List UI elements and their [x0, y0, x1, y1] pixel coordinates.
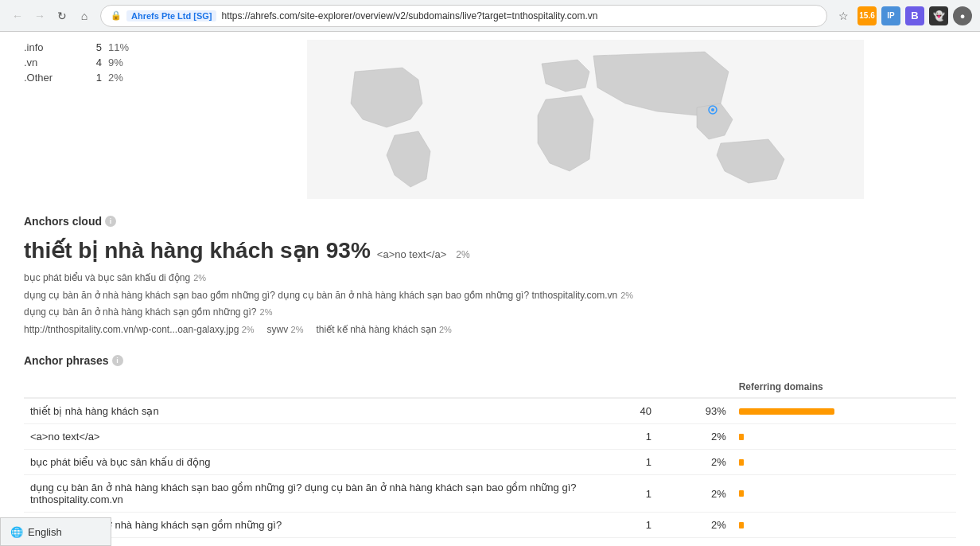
col-header-referring: Referring domains: [733, 376, 956, 398]
table-cell-pct: 93%: [658, 398, 733, 424]
anchor-inline-2: sywv 2%: [267, 322, 304, 339]
col-header-phrase: [24, 376, 583, 398]
anchor-sub-text-1: bục phát biểu và bục sân khấu di động: [24, 270, 190, 287]
anchor-inline-items: http://tnthospitality.com.vn/wp-cont...o…: [24, 322, 956, 339]
anchor-sub-pct-2: 2%: [620, 288, 633, 304]
anchor-secondary-pct: 2%: [456, 249, 469, 260]
table-row: thiết bị nhà hàng khách sạn4093%: [24, 398, 956, 424]
table-cell-pct: 2%: [658, 475, 733, 513]
table-cell-pct: 2%: [658, 513, 733, 538]
anchor-phrases-title: Anchor phrases i: [24, 354, 956, 367]
anchors-cloud-section: Anchors cloud i thiết bị nhà hàng khách …: [0, 199, 980, 354]
anchor-main-pct: 93%: [326, 238, 371, 263]
domain-count: 1: [86, 72, 102, 84]
anchor-secondary-text: <a>no text</a>: [377, 248, 446, 260]
table-row: bục phát biểu và bục sân khấu di động12%: [24, 450, 956, 475]
domain-pct: 9%: [108, 57, 132, 68]
anchor-sub-row-2: dụng cụ bàn ăn ở nhà hàng khách sạn bao …: [24, 287, 956, 305]
world-map-svg: [215, 40, 956, 199]
anchor-sub-row-3: dụng cụ bàn ăn ở nhà hàng khách sạn gồm …: [24, 304, 956, 322]
table-cell-pct: 2%: [658, 450, 733, 475]
domain-table-area: .info 5 11% .vn 4 9% .Other 1 2%: [0, 32, 980, 199]
anchor-phrases-section: Anchor phrases i Referring domains thiết…: [0, 354, 980, 546]
table-row: <a>no text</a>12%: [24, 424, 956, 450]
back-button[interactable]: ←: [8, 6, 27, 25]
anchor-main-row: thiết bị nhà hàng khách sạn 93% <a>no te…: [24, 237, 956, 263]
domain-name: .vn: [24, 57, 80, 68]
world-map: [215, 40, 956, 199]
anchor-sub-pct-3: 2%: [260, 305, 273, 321]
domain-pct: 2%: [108, 72, 132, 84]
table-cell-bar: [733, 398, 956, 424]
url-text: https://ahrefs.com/site-explorer/overvie…: [221, 10, 817, 21]
anchor-sub-text-2: dụng cụ bàn ăn ở nhà hàng khách sạn bao …: [24, 287, 617, 305]
browser-chrome: ← → ↻ ⌂ 🔒 Ahrefs Pte Ltd [SG] https://ah…: [0, 0, 980, 32]
anchors-cloud-info-icon[interactable]: i: [105, 216, 116, 227]
anchor-main-text: thiết bị nhà hàng khách sạn: [24, 237, 320, 263]
anchor-phrases-info-icon[interactable]: i: [112, 355, 123, 366]
anchors-cloud-label: Anchors cloud: [24, 215, 102, 228]
circle-extension[interactable]: ●: [953, 6, 972, 25]
reload-button[interactable]: ↻: [52, 6, 72, 25]
anchor-sub-row-1: bục phát biểu và bục sân khấu di động 2%: [24, 270, 956, 287]
table-cell-pct: 2%: [658, 424, 733, 450]
col-header-pct: [658, 376, 733, 398]
star-button[interactable]: ☆: [834, 6, 853, 25]
domain-name: .info: [24, 41, 80, 53]
domain-pct: 11%: [108, 41, 132, 53]
domain-row: .vn 4 9%: [24, 55, 183, 70]
domain-row: .Other 1 2%: [24, 70, 183, 85]
site-badge: Ahrefs Pte Ltd [SG]: [126, 10, 216, 21]
forward-button[interactable]: →: [30, 6, 49, 25]
domain-count: 4: [86, 57, 102, 68]
anchor-phrases-table: Referring domains thiết bị nhà hàng khác…: [24, 376, 956, 538]
chrome-actions: ☆ 15.6 IP B 👻 ●: [834, 6, 972, 25]
ghost-extension[interactable]: 👻: [929, 6, 948, 25]
lock-icon: 🔒: [111, 10, 122, 21]
domain-row: .info 5 11%: [24, 40, 183, 55]
table-row: dụng cụ bàn ăn ở nhà hàng khách sạn gồm …: [24, 513, 956, 538]
main-content: .info 5 11% .vn 4 9% .Other 1 2%: [0, 32, 980, 546]
table-cell-count: 40: [583, 398, 658, 424]
language-bar: 🌐 English: [0, 517, 111, 546]
anchor-phrases-label: Anchor phrases: [24, 354, 109, 367]
anchor-sub-text-3: dụng cụ bàn ăn ở nhà hàng khách sạn gồm …: [24, 304, 257, 322]
anchor-inline-3: thiết kế nhà hàng khách sạn 2%: [317, 322, 452, 339]
col-header-count: [583, 376, 658, 398]
anchor-sub-rows: bục phát biểu và bục sân khấu di động 2%…: [24, 270, 956, 338]
table-cell-phrase[interactable]: thiết bị nhà hàng khách sạn: [24, 398, 583, 424]
table-cell-bar: [733, 450, 956, 475]
anchor-inline-1: http://tnthospitality.com.vn/wp-cont...o…: [24, 322, 255, 339]
table-cell-count: 1: [583, 475, 658, 513]
ahrefs-extension[interactable]: 15.6: [858, 6, 877, 25]
table-cell-bar: [733, 475, 956, 513]
table-cell-phrase[interactable]: <a>no text</a>: [24, 424, 583, 450]
anchor-sub-pct-1: 2%: [193, 271, 206, 287]
svg-point-2: [711, 108, 714, 111]
table-cell-phrase[interactable]: dụng cụ bàn ăn ở nhà hàng khách sạn bao …: [24, 475, 583, 513]
domain-name: .Other: [24, 72, 80, 84]
address-bar[interactable]: 🔒 Ahrefs Pte Ltd [SG] https://ahrefs.com…: [100, 5, 827, 27]
anchor-cloud: thiết bị nhà hàng khách sạn 93% <a>no te…: [24, 237, 956, 338]
table-cell-phrase[interactable]: bục phát biểu và bục sân khấu di động: [24, 450, 583, 475]
b-extension[interactable]: B: [905, 6, 924, 25]
language-label[interactable]: English: [28, 526, 62, 538]
anchors-cloud-title: Anchors cloud i: [24, 215, 956, 228]
table-cell-count: 1: [583, 513, 658, 538]
table-row: dụng cụ bàn ăn ở nhà hàng khách sạn bao …: [24, 475, 956, 513]
table-cell-count: 1: [583, 450, 658, 475]
domain-list: .info 5 11% .vn 4 9% .Other 1 2%: [24, 40, 183, 199]
table-cell-bar: [733, 424, 956, 450]
domain-count: 5: [86, 41, 102, 53]
table-cell-bar: [733, 513, 956, 538]
home-button[interactable]: ⌂: [75, 6, 94, 25]
nav-buttons: ← → ↻ ⌂: [8, 6, 94, 25]
table-cell-count: 1: [583, 424, 658, 450]
language-globe-icon: 🌐: [10, 526, 23, 538]
ip-extension[interactable]: IP: [881, 6, 900, 25]
